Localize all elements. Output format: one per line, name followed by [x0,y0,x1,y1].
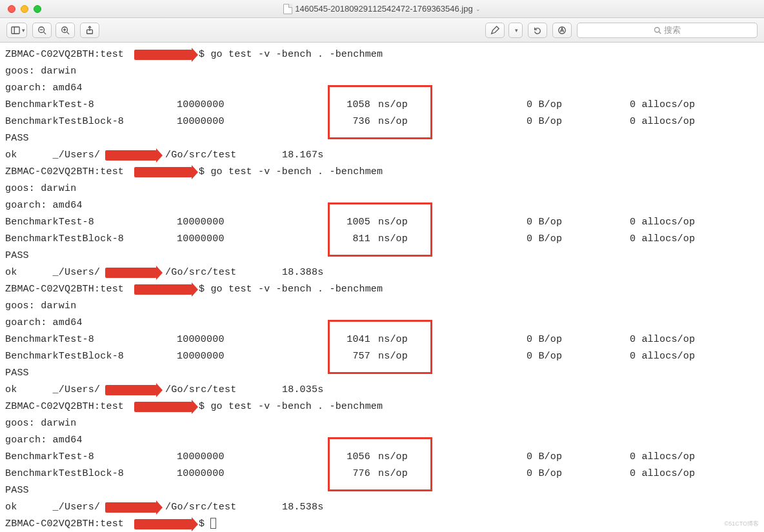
terminal-cursor [210,518,216,529]
benchmark-nsop-label: ns/op [378,97,408,113]
prompt-prefix: ZBMAC-C02VQ2BTH:test [5,46,130,63]
ok-line: ok _/Users//Go/src/test18.538s [5,499,759,516]
prompt-line: ZBMAC-C02VQ2BTH:test $ go test -v -bench… [5,46,759,63]
zoom-out-button[interactable] [32,23,52,38]
ok-prefix: ok _/Users/ [5,382,100,399]
share-icon [85,26,94,35]
redacted-user [134,50,192,60]
search-icon [654,26,661,34]
benchmark-row: BenchmarkTestBlock-810000000736ns/op0 B/… [5,113,759,130]
benchmark-iterations: 10000000 [177,331,225,348]
sidebar-toggle-button[interactable]: ▾ [6,23,27,38]
markup-button[interactable] [485,23,505,38]
benchmark-bop: 0 B/op [527,231,562,248]
benchmark-allocs: 0 allocs/op [630,466,695,482]
chevron-down-icon: ▾ [22,27,25,34]
window-titlebar: 1460545-20180929112542472-1769363546.jpg… [0,0,764,18]
benchmark-nsop: 1005 [345,214,370,231]
benchmark-nsop-label: ns/op [378,231,408,248]
minimize-icon[interactable] [21,5,28,13]
window-controls [8,5,41,13]
benchmark-allocs: 0 allocs/op [630,231,695,248]
toolbar: ▾ ▾ 搜索 [0,18,764,43]
benchmark-allocs: 0 allocs/op [630,214,695,231]
zoom-in-button[interactable] [55,23,75,38]
benchmark-bop: 0 B/op [527,214,562,231]
title-dropdown-icon[interactable]: ⌄ [476,6,481,12]
benchmark-nsop: 736 [345,113,370,130]
ok-suffix: /Go/src/test [165,499,236,516]
benchmark-iterations: 10000000 [177,348,225,365]
benchmark-row: BenchmarkTestBlock-810000000776ns/op0 B/… [5,466,759,482]
rotate-button[interactable] [528,23,547,38]
pass-line: PASS [5,482,759,499]
close-icon[interactable] [8,5,15,13]
benchmark-nsop-label: ns/op [378,466,408,482]
benchmark-nsop-label: ns/op [378,449,408,466]
annotate-button[interactable] [552,23,572,38]
benchmark-allocs: 0 allocs/op [630,97,695,113]
benchmark-name: BenchmarkTestBlock-8 [5,348,124,365]
benchmark-row: BenchmarkTest-8100000001041ns/op0 B/op0 … [5,331,759,348]
ok-line: ok _/Users//Go/src/test18.035s [5,382,759,399]
benchmark-iterations: 10000000 [177,449,225,466]
goarch-line: goarch: amd64 [5,80,759,97]
pass-line: PASS [5,248,759,264]
benchmark-allocs: 0 allocs/op [630,348,695,365]
benchmark-nsop: 1058 [345,97,370,113]
markup-dropdown-button[interactable]: ▾ [508,23,523,38]
benchmark-bop: 0 B/op [527,348,562,365]
benchmark-iterations: 10000000 [177,466,225,482]
benchmark-name: BenchmarkTest-8 [5,97,94,113]
window-title: 1460545-20180929112542472-1769363546.jpg… [0,4,764,14]
benchmark-nsop-label: ns/op [378,214,408,231]
pencil-icon [490,26,499,35]
benchmark-bop: 0 B/op [527,113,562,130]
redacted-user [134,167,192,177]
ok-prefix: ok _/Users/ [5,147,100,164]
ok-suffix: /Go/src/test [165,382,236,399]
goos-line: goos: darwin [5,63,759,80]
ok-time: 18.388s [282,264,323,281]
benchmark-nsop: 776 [345,466,370,482]
benchmark-allocs: 0 allocs/op [630,449,695,466]
benchmark-iterations: 10000000 [177,97,225,113]
ok-prefix: ok _/Users/ [5,264,100,281]
benchmark-allocs: 0 allocs/op [630,113,695,130]
sidebar-icon [11,26,20,35]
goarch-line: goarch: amd64 [5,432,759,449]
benchmark-row: BenchmarkTest-8100000001058ns/op0 B/op0 … [5,97,759,113]
file-icon [283,4,292,14]
image-content: ZBMAC-C02VQ2BTH:test $ go test -v -bench… [0,43,764,532]
ok-line: ok _/Users//Go/src/test18.388s [5,264,759,281]
window-title-label: 1460545-20180929112542472-1769363546.jpg [295,4,472,14]
benchmark-bop: 0 B/op [527,449,562,466]
ok-time: 18.167s [282,147,323,164]
redacted-user [105,268,157,278]
redacted-user [134,519,192,529]
share-button[interactable] [80,23,99,38]
benchmark-bop: 0 B/op [527,331,562,348]
benchmark-row: BenchmarkTestBlock-810000000757ns/op0 B/… [5,348,759,365]
rotate-icon [533,26,542,35]
svg-line-3 [44,32,46,34]
prompt-command: $ go test -v -bench . -benchmem [199,46,383,63]
benchmark-nsop: 1056 [345,449,370,466]
prompt-line: ZBMAC-C02VQ2BTH:test $ go test -v -bench… [5,399,759,415]
svg-line-6 [67,32,70,34]
search-input[interactable]: 搜索 [577,23,758,38]
pass-line: PASS [5,365,759,382]
maximize-icon[interactable] [34,5,41,13]
benchmark-name: BenchmarkTestBlock-8 [5,231,124,248]
search-placeholder: 搜索 [664,25,681,36]
ok-prefix: ok _/Users/ [5,499,100,516]
prompt-prefix: ZBMAC-C02VQ2BTH:test [5,399,130,415]
prompt-prefix: ZBMAC-C02VQ2BTH:test [5,164,130,181]
prompt-line: ZBMAC-C02VQ2BTH:test $ go test -v -bench… [5,164,759,181]
benchmark-nsop: 1041 [345,331,370,348]
redacted-user [105,502,157,513]
redacted-user [134,284,192,295]
watermark: ©51CTO博客 [725,520,759,528]
goos-line: goos: darwin [5,181,759,197]
goos-line: goos: darwin [5,298,759,315]
